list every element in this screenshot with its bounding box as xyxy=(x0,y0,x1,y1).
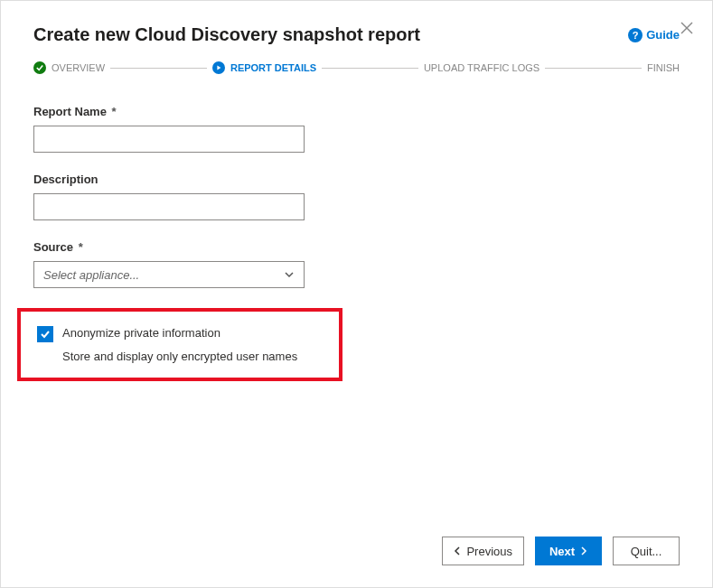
step-report-details[interactable]: REPORT DETAILS xyxy=(212,61,316,74)
required-mark: * xyxy=(79,240,83,254)
chevron-left-icon xyxy=(454,545,463,558)
play-icon xyxy=(212,61,225,74)
form: Report Name * Description Source * Selec… xyxy=(33,105,332,381)
report-name-label: Report Name * xyxy=(33,105,332,118)
next-button[interactable]: Next xyxy=(535,537,602,565)
anonymize-row: Anonymize private information xyxy=(37,326,323,342)
dialog: Create new Cloud Discovery snapshot repo… xyxy=(0,0,713,588)
source-select[interactable]: Select appliance... xyxy=(33,261,305,288)
step-connector xyxy=(322,68,418,69)
step-label: REPORT DETAILS xyxy=(230,62,316,73)
step-upload-logs[interactable]: UPLOAD TRAFFIC LOGS xyxy=(424,62,539,73)
field-description: Description xyxy=(33,173,332,220)
report-name-input[interactable] xyxy=(33,126,305,153)
chevron-down-icon xyxy=(284,269,295,280)
anonymize-label: Anonymize private information xyxy=(62,326,220,340)
header: Create new Cloud Discovery snapshot repo… xyxy=(33,24,680,45)
step-overview[interactable]: OVERVIEW xyxy=(33,61,105,74)
required-mark: * xyxy=(112,105,117,118)
stepper: OVERVIEW REPORT DETAILS UPLOAD TRAFFIC L… xyxy=(33,61,680,74)
field-source: Source * Select appliance... xyxy=(33,240,332,288)
page-title: Create new Cloud Discovery snapshot repo… xyxy=(33,24,420,45)
anonymize-description: Store and display only encrypted user na… xyxy=(62,350,323,363)
guide-link[interactable]: ? Guide xyxy=(628,28,680,42)
field-report-name: Report Name * xyxy=(33,105,332,153)
step-connector xyxy=(110,68,207,69)
check-icon xyxy=(33,61,46,74)
anonymize-checkbox[interactable] xyxy=(37,326,53,342)
step-label: OVERVIEW xyxy=(52,62,105,73)
quit-button[interactable]: Quit... xyxy=(613,537,680,565)
guide-label: Guide xyxy=(646,28,680,42)
previous-button[interactable]: Previous xyxy=(442,537,524,565)
step-label: FINISH xyxy=(647,62,680,73)
anonymize-highlight: Anonymize private information Store and … xyxy=(17,308,342,381)
help-icon: ? xyxy=(628,28,643,42)
step-connector xyxy=(545,68,642,69)
close-icon[interactable] xyxy=(680,21,694,35)
step-label: UPLOAD TRAFFIC LOGS xyxy=(424,62,539,73)
footer: Previous Next Quit... xyxy=(442,537,680,565)
source-placeholder: Select appliance... xyxy=(43,268,139,282)
source-label: Source * xyxy=(33,240,332,254)
step-finish[interactable]: FINISH xyxy=(647,62,680,73)
chevron-right-icon xyxy=(578,545,587,558)
description-label: Description xyxy=(33,173,332,186)
description-input[interactable] xyxy=(33,193,305,220)
